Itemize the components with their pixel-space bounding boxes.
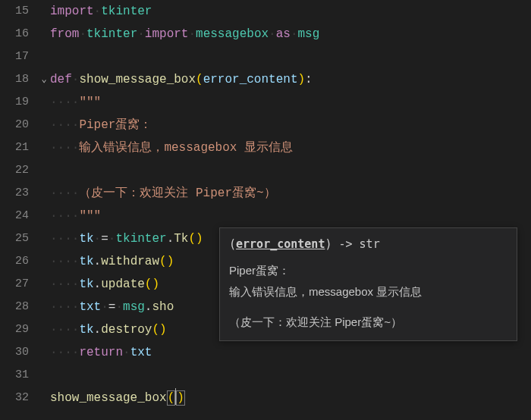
text-cursor xyxy=(175,388,176,405)
line-number: 31 xyxy=(0,364,29,387)
line-number: 18 xyxy=(0,68,29,91)
doc-line: Piper蛋窝： xyxy=(229,260,507,281)
code-line[interactable] xyxy=(50,364,531,387)
line-number: 17 xyxy=(0,45,29,68)
code-line[interactable]: ····""" xyxy=(50,205,531,227)
line-number: 27 xyxy=(0,273,29,296)
line-number: 23 xyxy=(0,182,29,205)
code-line[interactable]: ····（皮一下：欢迎关注 Piper蛋窝~） xyxy=(50,182,531,205)
code-line[interactable]: show_message_box() xyxy=(50,387,531,409)
doc-line xyxy=(229,302,507,312)
line-number-gutter: 15 16 17 18 19 20 21 22 23 24 25 26 27 2… xyxy=(0,0,38,420)
line-number: 16 xyxy=(0,23,29,45)
line-number: 25 xyxy=(0,227,29,250)
line-number: 19 xyxy=(0,91,29,114)
signature-line: (error_content) -> str xyxy=(229,234,507,254)
code-line[interactable] xyxy=(50,159,531,182)
fold-toggle[interactable]: ⌄ xyxy=(38,68,50,91)
code-line[interactable]: ····输入错误信息，messagebox 显示信息 xyxy=(50,136,531,159)
line-number: 32 xyxy=(0,387,29,409)
code-line[interactable]: import·tkinter xyxy=(50,0,531,23)
line-number: 26 xyxy=(0,250,29,273)
signature-help-tooltip: (error_content) -> str Piper蛋窝： 输入错误信息，m… xyxy=(219,227,517,341)
code-line[interactable]: ····""" xyxy=(50,91,531,114)
doc-line: （皮一下：欢迎关注 Piper蛋窝~） xyxy=(229,312,507,333)
fold-gutter: ⌄ xyxy=(38,0,50,420)
line-number: 22 xyxy=(0,159,29,182)
code-line[interactable]: ····Piper蛋窝： xyxy=(50,114,531,136)
line-number: 20 xyxy=(0,114,29,136)
code-line[interactable]: def·show_message_box(error_content): xyxy=(50,68,531,91)
code-editor[interactable]: 15 16 17 18 19 20 21 22 23 24 25 26 27 2… xyxy=(0,0,531,420)
code-line[interactable]: ····return·txt xyxy=(50,341,531,364)
line-number: 29 xyxy=(0,318,29,341)
line-number: 21 xyxy=(0,136,29,159)
doc-line: 输入错误信息，messagebox 显示信息 xyxy=(229,281,507,302)
code-line[interactable]: from·tkinter·import·messagebox·as·msg xyxy=(50,23,531,45)
code-line[interactable] xyxy=(50,45,531,68)
line-number: 15 xyxy=(0,0,29,23)
line-number: 30 xyxy=(0,341,29,364)
line-number: 24 xyxy=(0,205,29,227)
active-param: error_content xyxy=(236,237,325,251)
line-number: 28 xyxy=(0,296,29,318)
code-area[interactable]: import·tkinter from·tkinter·import·messa… xyxy=(50,0,531,420)
